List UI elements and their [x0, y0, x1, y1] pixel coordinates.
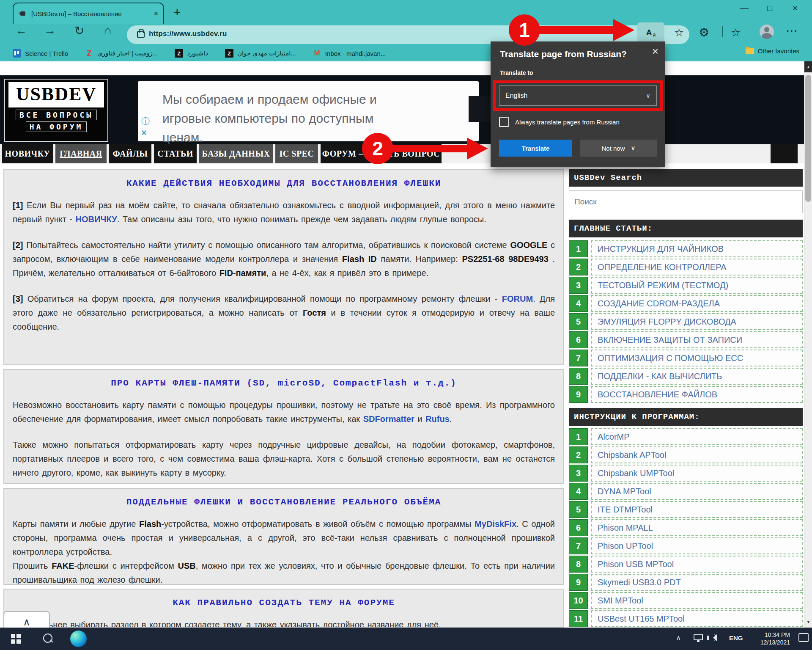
program-link[interactable]: DYNA MPTool [591, 483, 803, 500]
logo-line2: НА ФОРУМ [26, 121, 87, 132]
list-item: 2ОПРЕДЕЛЕНИЕ КОНТРОЛЛЕРА [569, 259, 803, 275]
translate-icon[interactable]: A a [637, 22, 664, 43]
program-link[interactable]: Chipsbank UMPTool [591, 465, 803, 482]
close-window-button[interactable]: × [782, 3, 808, 13]
scrollbar-thumb[interactable] [805, 75, 811, 202]
refresh-button[interactable]: ↻ [74, 24, 84, 38]
nav-item-bazy-dannykh[interactable]: БАЗЫ ДАННЫХ [199, 144, 273, 163]
paragraph: Карты памяти и любые другие Flash-устрой… [13, 517, 555, 559]
sidebar-programs-header: ИНСТРУКЦИИ К ПРОГРАММАМ: [569, 408, 803, 426]
article-link[interactable]: ОПТИМИЗАЦИЯ С ПОМОЩЬЮ ECC [591, 350, 803, 366]
program-link[interactable]: Phison MPALL [591, 519, 803, 536]
nav-item-ic-spec[interactable]: IC SPEC [275, 144, 318, 163]
article-link[interactable]: ВОССТАНОВЛЕНИЕ ФАЙЛОВ [591, 386, 803, 403]
not-now-button[interactable]: Not now ∨ [580, 140, 657, 157]
forward-button[interactable]: → [44, 24, 56, 37]
text-segment: Flash ID [342, 254, 377, 264]
scrollbar-down-icon[interactable]: ▼ [804, 617, 812, 628]
program-link[interactable]: Chipsbank APTool [591, 446, 803, 463]
list-item: 8Phison USB MPTool [569, 556, 803, 573]
maximize-button[interactable]: □ [757, 3, 782, 13]
chevron-down-icon: ∨ [646, 92, 650, 99]
program-link[interactable]: SMI MPTool [591, 592, 803, 609]
tray-chevron-up-icon[interactable]: ∧ [676, 633, 681, 642]
section-heading: КАК ПРАВИЛЬНО СОЗДАТЬ ТЕМУ НА ФОРУМЕ [13, 598, 555, 608]
browser-tab[interactable]: [USBDev.ru] – Восстановление × [13, 3, 164, 24]
language-indicator[interactable]: ENG [729, 634, 743, 642]
program-link[interactable]: ITE DTMPTool [591, 501, 803, 518]
language-dropdown[interactable]: English ∨ [499, 85, 657, 106]
tab-close-icon[interactable]: × [154, 10, 158, 17]
translate-button[interactable]: Translate [499, 140, 572, 157]
bookmark-science-trello[interactable]: Science | Trello [13, 49, 68, 58]
new-tab-button[interactable]: + [173, 6, 181, 19]
minimize-button[interactable]: — [732, 3, 757, 13]
annotation-step1-circle: 1 [509, 14, 540, 46]
article-link[interactable]: ТЕСТОВЫЙ РЕЖИМ (ТЕСТМОД) [591, 277, 803, 294]
notification-center-icon[interactable] [798, 633, 809, 642]
page-scrollbar[interactable]: ▲ ▼ [804, 61, 812, 628]
program-link[interactable]: USBest UT165 MPTool [591, 610, 803, 627]
nav-item-truncated[interactable] [771, 144, 798, 163]
taskbar-search-icon[interactable] [43, 633, 52, 643]
edge-browser-icon[interactable] [70, 631, 87, 647]
start-button-icon[interactable] [11, 634, 21, 644]
url-text[interactable]: https://www.usbdev.ru [149, 30, 227, 38]
program-link[interactable]: AlcorMP [591, 428, 803, 445]
inline-link[interactable]: Rufus [425, 414, 450, 424]
list-item: 5ITE DTMPTool [569, 501, 803, 518]
sidebar-search-header: USBDev Search [569, 169, 803, 187]
item-number: 6 [569, 519, 588, 536]
nav-item-faily[interactable]: ФАЙЛЫ [109, 144, 151, 163]
nav-item-statyi[interactable]: СТАТЬИ [154, 144, 197, 163]
home-button[interactable]: ⌂ [104, 24, 111, 37]
other-favorites-button[interactable]: Other favorites [746, 47, 799, 55]
nav-item-novichku[interactable]: НОВИЧКУ [2, 144, 53, 163]
ad-banner[interactable]: Мы собираем и продаем офисные и игровые … [138, 81, 479, 141]
article-link[interactable]: ПОДДЕЛКИ - КАК ВЫЧИСЛИТЬ [591, 368, 803, 385]
back-button[interactable]: ← [15, 24, 27, 37]
item-number: 4 [569, 295, 588, 312]
inline-link[interactable]: MyDiskFix [475, 519, 516, 529]
item-number: 1 [569, 428, 588, 445]
profile-avatar[interactable] [760, 25, 774, 39]
list-item: 3ТЕСТОВЫЙ РЕЖИМ (ТЕСТМОД) [569, 277, 803, 294]
bookmark-zoomit[interactable]: Z زومیت | اخبار فناوری... [85, 49, 158, 58]
network-icon[interactable] [694, 634, 703, 640]
program-link[interactable]: Phison UPTool [591, 537, 803, 554]
add-favorite-star-icon[interactable]: ☆ [674, 26, 684, 39]
article-link[interactable]: ВКЛЮЧЕНИЕ ЗАЩИТЫ ОТ ЗАПИСИ [591, 331, 803, 348]
inline-link[interactable]: НОВИЧКУ [76, 215, 117, 224]
text-segment: . [450, 414, 452, 424]
program-link[interactable]: Skymedi USB3.0 PDT [591, 574, 803, 591]
browser-chrome: [USBDev.ru] – Восстановление × + — □ × ←… [0, 0, 812, 61]
article-link[interactable]: ЭМУЛЯЦИЯ FLOPPY ДИСКОВОДА [591, 313, 803, 330]
inline-link[interactable]: FORUM [502, 294, 533, 303]
ad-close-icon[interactable]: × [141, 129, 147, 137]
nav-item-glavnaya[interactable]: ГЛАВНАЯ [55, 144, 107, 163]
scrollbar-up-icon[interactable]: ▲ [804, 61, 812, 72]
program-link[interactable]: Phison USB MPTool [591, 556, 803, 573]
inline-link[interactable]: SDFormatter [363, 414, 414, 424]
collections-icon[interactable]: ☆ [731, 26, 741, 39]
translate-popup: Translate page from Russian? × Translate… [491, 41, 665, 167]
bookmark-scores[interactable]: Z امتیازات مهدی جوان... [225, 49, 296, 58]
clock[interactable]: 10:34 PM 12/13/2021 [748, 631, 790, 646]
article-link[interactable]: ОПРЕДЕЛЕНИЕ КОНТРОЛЛЕРА [591, 259, 803, 275]
item-number: 5 [569, 501, 588, 518]
speaker-icon[interactable] [713, 634, 717, 642]
extension-icon[interactable]: ⚙ [699, 25, 709, 39]
article-link[interactable]: СОЗДАНИЕ CDROM-РАЗДЕЛА [591, 295, 803, 312]
usbdev-logo[interactable]: USBDEV ВСЕ ВОПРОСЫ НА ФОРУМ [4, 79, 108, 142]
always-translate-checkbox[interactable] [499, 117, 509, 127]
z-icon: Z [175, 49, 183, 58]
popup-close-icon[interactable]: × [652, 45, 658, 58]
ad-info-icon[interactable]: ⓘ [141, 117, 150, 125]
search-input[interactable] [569, 190, 803, 213]
bookmark-dashboard[interactable]: Z داشبورد [175, 49, 208, 58]
popup-title: Translate page from Russian? [500, 49, 627, 59]
lock-icon [137, 31, 145, 38]
settings-more-icon[interactable]: ⋯ [786, 24, 798, 38]
article-link[interactable]: ИНСТРУКЦИЯ ДЛЯ ЧАЙНИКОВ [591, 240, 803, 257]
bookmark-inbox[interactable]: M Inbox - mahdi.javan... [313, 49, 386, 58]
